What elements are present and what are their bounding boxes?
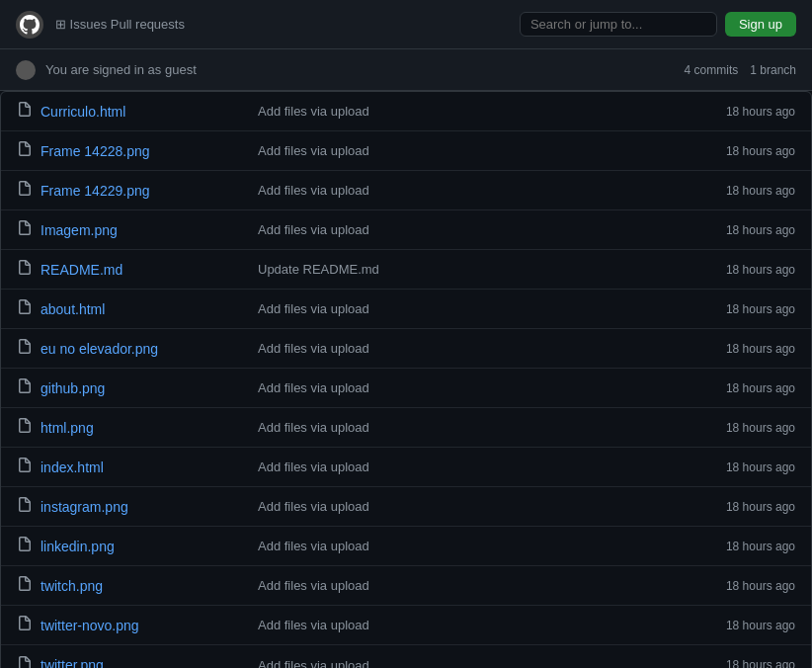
- file-name[interactable]: instagram.png: [41, 499, 258, 515]
- file-timestamp: 18 hours ago: [696, 540, 795, 553]
- file-commit-message: Add files via upload: [258, 380, 696, 395]
- table-row[interactable]: instagram.png Add files via upload 18 ho…: [1, 487, 811, 527]
- file-commit-message: Add files via upload: [258, 222, 696, 237]
- table-row[interactable]: eu no elevador.png Add files via upload …: [1, 329, 811, 369]
- file-commit-message: Add files via upload: [258, 578, 696, 593]
- file-timestamp: 18 hours ago: [696, 500, 795, 514]
- file-timestamp: 18 hours ago: [696, 658, 795, 668]
- file-name[interactable]: Imagem.png: [41, 222, 258, 238]
- file-icon: [17, 616, 33, 634]
- table-row[interactable]: Curriculo.html Add files via upload 18 h…: [1, 92, 811, 131]
- table-row[interactable]: twitter-novo.png Add files via upload 18…: [1, 606, 811, 645]
- file-timestamp: 18 hours ago: [696, 184, 795, 198]
- repo-header-right: 4 commits 1 branch: [685, 63, 796, 77]
- table-row[interactable]: about.html Add files via upload 18 hours…: [1, 290, 811, 329]
- file-icon: [17, 181, 33, 200]
- file-icon: [17, 458, 33, 476]
- file-commit-message: Add files via upload: [258, 539, 696, 553]
- file-timestamp: 18 hours ago: [696, 381, 795, 395]
- table-row[interactable]: Frame 14228.png Add files via upload 18 …: [1, 131, 811, 171]
- table-row[interactable]: linkedin.png Add files via upload 18 hou…: [1, 527, 811, 566]
- file-icon: [17, 576, 33, 595]
- file-commit-message: Update README.md: [258, 262, 696, 277]
- topbar-nav-text: ⊞ Issues Pull requests: [55, 17, 185, 32]
- file-icon: [17, 102, 33, 121]
- file-name[interactable]: html.png: [41, 420, 258, 436]
- file-timestamp: 18 hours ago: [696, 421, 795, 435]
- table-row[interactable]: README.md Update README.md 18 hours ago: [1, 250, 811, 290]
- file-commit-message: Add files via upload: [258, 618, 696, 632]
- file-icon: [17, 497, 33, 516]
- file-timestamp: 18 hours ago: [696, 342, 795, 356]
- top-bar-left: ⊞ Issues Pull requests: [16, 11, 185, 39]
- file-icon: [17, 656, 33, 669]
- file-icon: [17, 299, 33, 318]
- top-bar: ⊞ Issues Pull requests Sign up: [0, 0, 812, 49]
- file-timestamp: 18 hours ago: [696, 263, 795, 277]
- file-list: Curriculo.html Add files via upload 18 h…: [0, 91, 812, 668]
- file-commit-message: Add files via upload: [258, 658, 696, 669]
- file-icon: [17, 418, 33, 437]
- file-name[interactable]: Curriculo.html: [41, 104, 258, 120]
- table-row[interactable]: twitch.png Add files via upload 18 hours…: [1, 566, 811, 606]
- file-icon: [17, 220, 33, 239]
- file-commit-message: Add files via upload: [258, 183, 696, 198]
- signup-button[interactable]: Sign up: [725, 12, 796, 37]
- file-icon: [17, 339, 33, 358]
- file-icon: [17, 260, 33, 279]
- branch-count: 1 branch: [750, 63, 796, 77]
- file-timestamp: 18 hours ago: [696, 144, 795, 158]
- file-name[interactable]: eu no elevador.png: [41, 341, 258, 357]
- file-name[interactable]: twitch.png: [41, 578, 258, 594]
- file-icon: [17, 378, 33, 397]
- table-row[interactable]: Imagem.png Add files via upload 18 hours…: [1, 210, 811, 250]
- github-logo: [16, 11, 43, 39]
- file-name[interactable]: linkedin.png: [41, 539, 258, 554]
- file-timestamp: 18 hours ago: [696, 105, 795, 119]
- file-commit-message: Add files via upload: [258, 420, 696, 435]
- top-bar-right: Sign up: [520, 12, 796, 37]
- table-row[interactable]: twitter.png Add files via upload 18 hour…: [1, 645, 811, 668]
- file-name[interactable]: twitter.png: [41, 657, 258, 668]
- file-commit-message: Add files via upload: [258, 459, 696, 474]
- file-name[interactable]: index.html: [41, 459, 258, 475]
- file-name[interactable]: README.md: [41, 262, 258, 278]
- file-name[interactable]: Frame 14229.png: [41, 183, 258, 199]
- file-timestamp: 18 hours ago: [696, 460, 795, 474]
- file-commit-message: Add files via upload: [258, 301, 696, 316]
- file-icon: [17, 537, 33, 555]
- repo-header-left: You are signed in as guest: [16, 60, 197, 80]
- table-row[interactable]: index.html Add files via upload 18 hours…: [1, 448, 811, 487]
- file-commit-message: Add files via upload: [258, 104, 696, 119]
- file-name[interactable]: twitter-novo.png: [41, 618, 258, 633]
- commits-count: 4 commits: [685, 63, 739, 77]
- file-name[interactable]: github.png: [41, 380, 258, 396]
- file-timestamp: 18 hours ago: [696, 619, 795, 632]
- table-row[interactable]: html.png Add files via upload 18 hours a…: [1, 408, 811, 448]
- avatar: [16, 60, 36, 80]
- file-name[interactable]: Frame 14228.png: [41, 143, 258, 159]
- table-row[interactable]: Frame 14229.png Add files via upload 18 …: [1, 171, 811, 210]
- file-commit-message: Add files via upload: [258, 499, 696, 514]
- file-icon: [17, 141, 33, 160]
- repo-header: You are signed in as guest 4 commits 1 b…: [0, 49, 812, 91]
- file-timestamp: 18 hours ago: [696, 223, 795, 237]
- file-name[interactable]: about.html: [41, 301, 258, 317]
- file-commit-message: Add files via upload: [258, 341, 696, 356]
- file-timestamp: 18 hours ago: [696, 302, 795, 316]
- table-row[interactable]: github.png Add files via upload 18 hours…: [1, 369, 811, 408]
- file-commit-message: Add files via upload: [258, 143, 696, 158]
- file-timestamp: 18 hours ago: [696, 579, 795, 593]
- search-input[interactable]: [520, 12, 717, 37]
- repo-meta-text: You are signed in as guest: [45, 62, 197, 77]
